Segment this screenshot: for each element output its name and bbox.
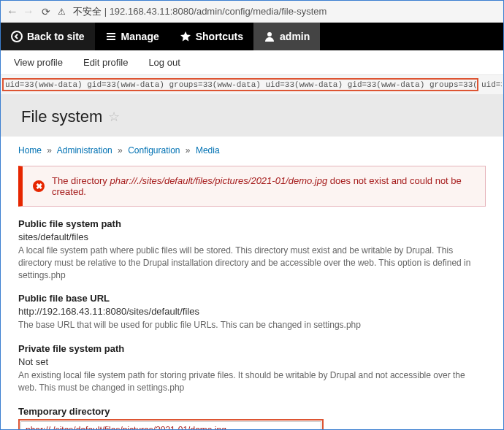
admin-user-button[interactable]: admin <box>253 23 320 50</box>
manage-button[interactable]: Manage <box>95 23 169 50</box>
public-file-path-item: Public file system path sites/default/fi… <box>18 218 486 281</box>
public-base-url-item: Public file base URL http://192.168.43.1… <box>18 293 486 331</box>
url-text: 192.168.43.11:8080/admin/config/media/fi… <box>110 6 327 17</box>
star-icon <box>180 31 191 42</box>
breadcrumb-home[interactable]: Home <box>18 145 42 156</box>
page-title: File system ☆ <box>21 107 483 126</box>
user-icon <box>264 31 275 42</box>
temp-dir-highlight <box>18 419 324 430</box>
public-file-path-desc: A local file system path where public fi… <box>18 245 486 281</box>
temp-dir-item: Temporary directory A local file system … <box>18 406 486 430</box>
nav-arrows: ← → <box>7 5 34 18</box>
star-outline-icon[interactable]: ☆ <box>108 109 120 125</box>
reload-icon[interactable]: ⟳ <box>42 6 50 18</box>
content-region: Home » Administration » Configuration » … <box>1 137 503 430</box>
exploit-output-row: uid=33(www-data) gid=33(www-data) groups… <box>1 75 503 94</box>
breadcrumb-media[interactable]: Media <box>196 145 220 156</box>
back-to-site-button[interactable]: Back to site <box>1 23 95 50</box>
admin-toolbar: Back to site Manage Shortcuts admin <box>1 23 503 50</box>
exploit-output-highlight: uid=33(www-data) gid=33(www-data) groups… <box>2 78 478 91</box>
log-out-link[interactable]: Log out <box>148 57 180 68</box>
insecure-label: 不安全 <box>73 6 102 17</box>
public-base-url-label: Public file base URL <box>18 293 486 304</box>
private-path-value: Not set <box>18 356 486 367</box>
back-arrow-icon[interactable]: ← <box>7 5 18 18</box>
breadcrumb-admin[interactable]: Administration <box>57 145 112 156</box>
browser-chrome: ← → ⟳ ⚠ 不安全 | 192.168.43.11:8080/admin/c… <box>1 1 503 23</box>
view-profile-link[interactable]: View profile <box>14 57 63 68</box>
address-bar[interactable]: 不安全 | 192.168.43.11:8080/admin/config/me… <box>73 5 327 18</box>
exploit-output-tail: uid=33(w <box>478 80 502 89</box>
insecure-icon: ⚠ <box>58 7 66 17</box>
temp-dir-label: Temporary directory <box>18 406 486 417</box>
svg-point-1 <box>267 32 272 37</box>
shortcuts-button[interactable]: Shortcuts <box>169 23 253 50</box>
user-sub-toolbar: View profile Edit profile Log out <box>1 50 503 75</box>
public-file-path-label: Public file system path <box>18 218 486 229</box>
hamburger-icon <box>105 31 117 42</box>
svg-point-0 <box>12 31 22 42</box>
public-base-url-value: http://192.168.43.11:8080/sites/default/… <box>18 306 486 317</box>
error-text: The directory phar://./sites/default/fil… <box>52 175 475 197</box>
private-path-label: Private file system path <box>18 343 486 354</box>
breadcrumb-config[interactable]: Configuration <box>128 145 180 156</box>
private-path-desc: An existing local file system path for s… <box>18 369 486 394</box>
edit-profile-link[interactable]: Edit profile <box>83 57 128 68</box>
forward-arrow-icon[interactable]: → <box>23 5 34 18</box>
error-message: ✖ The directory phar://./sites/default/f… <box>18 166 486 207</box>
title-region: File system ☆ <box>1 94 503 137</box>
temp-dir-input[interactable] <box>20 421 321 430</box>
public-base-url-desc: The base URL that will be used for publi… <box>18 319 486 331</box>
public-file-path-value: sites/default/files <box>18 231 486 242</box>
breadcrumb: Home » Administration » Configuration » … <box>18 145 486 156</box>
private-path-item: Private file system path Not set An exis… <box>18 343 486 394</box>
back-circle-icon <box>11 31 23 42</box>
error-icon: ✖ <box>33 180 45 192</box>
